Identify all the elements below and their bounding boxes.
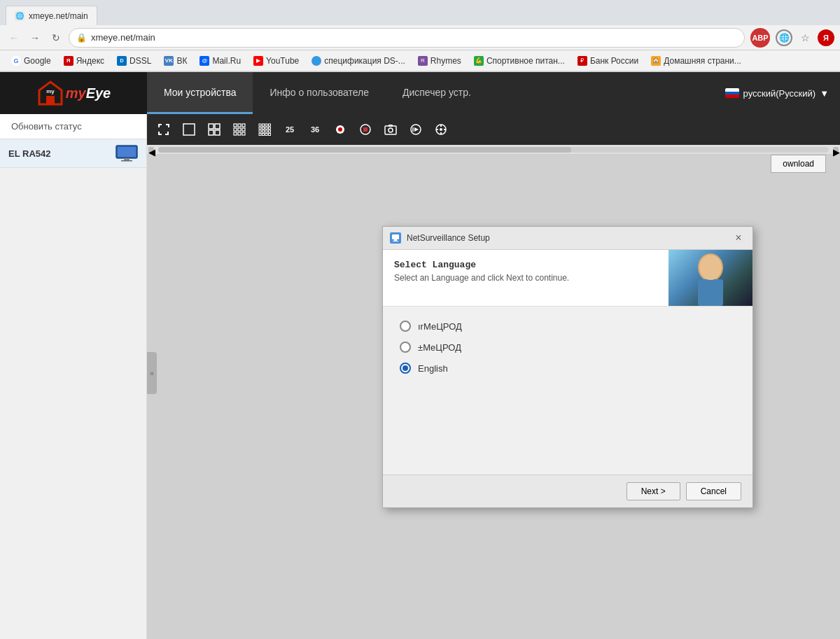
refresh-status-button[interactable]: Обновить статус [0, 114, 146, 139]
sidebar: Обновить статус EL RA542 [0, 114, 147, 639]
device-item[interactable]: EL RA542 [0, 139, 146, 168]
svg-rect-9 [215, 124, 220, 129]
bookmark-rhymes-label: Rhymes [430, 56, 461, 66]
svg-rect-17 [242, 128, 245, 131]
twentyfive-view-button[interactable]: 25 [279, 118, 301, 141]
quad-view-button[interactable] [203, 118, 225, 141]
bookmark-youtube[interactable]: ▶ YouTube [248, 54, 304, 68]
person-svg [682, 250, 738, 306]
bookmark-sport[interactable]: 💪 Спортивное питан... [468, 54, 570, 68]
vk-favicon: VK [164, 56, 174, 66]
radio-lang3[interactable] [400, 363, 411, 374]
tab-device-manager[interactable]: Диспечер устр. [386, 72, 488, 114]
browser-tab[interactable]: 🌐 xmeye.net/main [6, 6, 97, 25]
next-button-label: Next > [641, 486, 666, 496]
language-label: русский(Русский) [743, 88, 816, 99]
bookmark-mail[interactable]: @ Mail.Ru [194, 54, 246, 68]
dialog-close-button[interactable]: × [732, 231, 746, 245]
svg-rect-7 [183, 124, 195, 135]
scrollbar-area[interactable]: ◀ ▶ [147, 145, 840, 155]
bookmark-bank[interactable]: ₽ Банк России [572, 54, 644, 68]
dialog-header-text: Select Language Select an Language and c… [383, 250, 668, 306]
bookmarks-bar: G Google Я Яндекс D DSSL VK ВК @ Mail.Ru… [0, 50, 840, 71]
svg-rect-15 [234, 128, 237, 131]
bookmark-dssl[interactable]: D DSSL [111, 54, 157, 68]
logo-svg: my [36, 80, 64, 106]
yandex-favicon: Я [64, 56, 74, 66]
twentyfive-label: 25 [286, 125, 294, 134]
browser-chrome: 🌐 xmeye.net/main ← → ↻ 🔒 xmeye.net/main … [0, 0, 840, 72]
snapshot-button[interactable] [379, 118, 402, 141]
language-selector[interactable]: русский(Русский) ▼ [714, 88, 840, 99]
svg-rect-36 [269, 134, 271, 136]
sixteen-view-button[interactable] [253, 118, 276, 141]
nine-view-button[interactable] [228, 118, 251, 141]
russian-flag-icon [725, 88, 739, 98]
svg-rect-31 [265, 130, 267, 132]
radio-lang1-label: ırМеЦРОД [418, 321, 462, 332]
logo-icon: my [36, 79, 64, 107]
settings-button[interactable] [430, 118, 452, 141]
svg-rect-40 [363, 127, 368, 132]
radio-lang1[interactable] [400, 321, 411, 332]
bookmark-spec[interactable]: 🌐 спецификация DS-... [306, 54, 411, 68]
bookmark-rhymes[interactable]: R Rhymes [412, 54, 467, 68]
svg-rect-26 [262, 127, 265, 129]
svg-point-58 [699, 255, 722, 280]
playback-button[interactable] [405, 118, 427, 141]
dialog-body: ırМеЦРОД ±МеЦРОД English [383, 307, 752, 475]
forward-button[interactable]: → [27, 29, 43, 46]
radio-lang2[interactable] [400, 342, 411, 353]
bookmark-home[interactable]: 🏠 Домашняя страни... [645, 54, 747, 68]
svg-rect-13 [238, 124, 241, 127]
svg-rect-43 [388, 125, 393, 127]
svg-rect-4 [118, 147, 136, 157]
address-box[interactable]: 🔒 xmeye.net/main [69, 28, 745, 48]
download-button[interactable]: ownload [771, 155, 826, 173]
tab-user-info[interactable]: Инфо о пользователе [253, 72, 386, 114]
scroll-thumb[interactable] [158, 147, 571, 153]
scroll-right-arrow[interactable]: ▶ [833, 147, 839, 153]
fullscreen-button[interactable] [153, 118, 175, 141]
device-icon [115, 145, 138, 162]
lock-icon: 🔒 [76, 33, 87, 43]
svg-rect-16 [238, 128, 241, 131]
scroll-track[interactable] [158, 147, 829, 153]
svg-rect-55 [393, 241, 398, 241]
tab-bar: 🌐 xmeye.net/main [0, 0, 840, 25]
bookmark-youtube-label: YouTube [266, 56, 299, 66]
sport-favicon: 💪 [474, 56, 484, 66]
cancel-button[interactable]: Cancel [686, 482, 741, 500]
record-button[interactable] [329, 118, 351, 141]
svg-rect-6 [121, 160, 132, 162]
back-button[interactable]: ← [6, 29, 22, 46]
svg-rect-18 [234, 132, 237, 135]
svg-rect-24 [269, 124, 271, 126]
svg-rect-21 [259, 124, 261, 126]
bookmark-vk[interactable]: VK ВК [158, 54, 192, 68]
logo-area: my myEye [0, 72, 147, 114]
tab-my-devices[interactable]: Мои устройства [147, 72, 253, 114]
reload-button[interactable]: ↻ [48, 29, 64, 46]
language-option-3[interactable]: English [400, 363, 736, 374]
language-option-1[interactable]: ırМеЦРОД [400, 321, 736, 332]
svg-text:my: my [46, 88, 55, 94]
next-button[interactable]: Next > [626, 482, 680, 500]
svg-rect-22 [262, 124, 265, 126]
bookmark-button[interactable]: ☆ [797, 29, 813, 46]
language-option-2[interactable]: ±МеЦРОД [400, 342, 736, 353]
single-view-button[interactable] [178, 118, 200, 141]
tab-favicon: 🌐 [15, 11, 24, 21]
bank-favicon: ₽ [578, 56, 587, 66]
bookmark-google[interactable]: G Google [6, 54, 57, 68]
collapse-handle[interactable]: « [147, 352, 157, 394]
bookmark-yandex[interactable]: Я Яндекс [58, 54, 110, 68]
scroll-left-arrow[interactable]: ◀ [148, 147, 154, 153]
svg-rect-10 [209, 130, 214, 135]
thirtysix-view-button[interactable]: 36 [304, 118, 326, 141]
svg-rect-57 [698, 279, 723, 306]
tab-user-info-label: Инфо о пользователе [270, 87, 369, 98]
device-name-label: EL RA542 [8, 148, 50, 159]
stop-record-button[interactable] [354, 118, 377, 141]
svg-rect-33 [259, 134, 261, 136]
